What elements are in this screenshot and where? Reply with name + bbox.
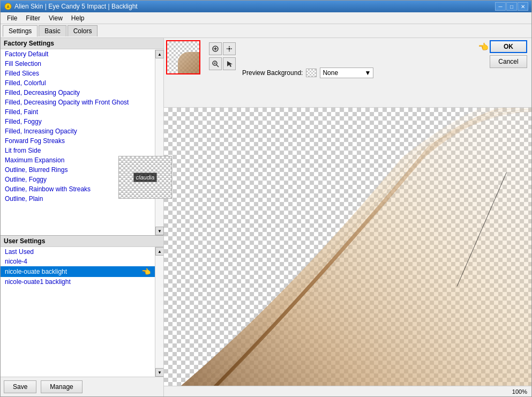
user-settings-list[interactable]: Last Used nicole-4 nicole-ouate backligh…	[1, 247, 163, 377]
menu-view[interactable]: View	[44, 12, 67, 24]
scroll-up-arrow[interactable]: ▲	[155, 50, 164, 58]
window-controls: ─ □ ✕	[495, 2, 528, 11]
list-item[interactable]: Filled, Decreasing Opacity with Front Gh…	[1, 98, 155, 107]
tool-row-2	[209, 57, 236, 70]
window-title: Alien Skin | Eye Candy 5 Impact | Backli…	[14, 3, 495, 10]
backlight-visual	[164, 108, 531, 386]
left-panel: Factory Settings Factory Default Fill Se…	[1, 38, 164, 396]
scroll-track[interactable]	[155, 58, 163, 227]
view-original-tool[interactable]	[209, 42, 222, 55]
menu-file[interactable]: File	[3, 12, 21, 24]
user-scroll-track[interactable]	[155, 256, 163, 368]
list-item-last-used[interactable]: Last Used	[1, 247, 155, 257]
minimize-button[interactable]: ─	[495, 2, 506, 11]
app-icon: A	[4, 2, 12, 11]
zoom-tool[interactable]	[209, 57, 222, 70]
title-bar: A Alien Skin | Eye Candy 5 Impact | Back…	[1, 1, 531, 12]
user-settings-header: User Settings	[1, 236, 163, 247]
list-item[interactable]: Filled, Decreasing Opacity	[1, 88, 155, 98]
select-tool[interactable]	[223, 57, 236, 70]
list-item-nicole-ouate1[interactable]: nicole-ouate1 backlight	[1, 277, 155, 287]
zoom-level: 100%	[512, 388, 527, 395]
preview-canvas[interactable]	[164, 108, 531, 386]
list-item[interactable]: Factory Default	[1, 49, 155, 59]
svg-text:A: A	[7, 5, 10, 9]
ok-cancel-area: 👈 OK Cancel	[485, 38, 531, 107]
tab-basic[interactable]: Basic	[39, 25, 66, 36]
status-bar: 100%	[164, 386, 531, 396]
bottom-buttons: Save Manage	[1, 377, 163, 396]
list-item[interactable]: Lit from Side	[1, 146, 155, 155]
menu-help[interactable]: Help	[67, 12, 89, 24]
preview-bg-controls: Preview Background: None ▼	[238, 38, 378, 107]
tool-row	[209, 42, 236, 55]
thumbnail-area	[164, 38, 207, 107]
user-scroll-up[interactable]: ▲	[155, 247, 163, 256]
list-item-nicole-ouate[interactable]: nicole-ouate backlight 👈	[1, 266, 155, 277]
list-item[interactable]: Filled, Colorful	[1, 78, 155, 88]
pointer-arrow-icon: 👈	[141, 267, 151, 276]
menu-filter[interactable]: Filter	[21, 12, 44, 24]
list-item[interactable]: Filled Slices	[1, 69, 155, 78]
user-settings-panel: User Settings Last Used nicole-4 nicole-…	[1, 236, 163, 396]
save-button[interactable]: Save	[4, 380, 36, 393]
tab-colors[interactable]: Colors	[68, 25, 98, 36]
close-button[interactable]: ✕	[518, 2, 528, 11]
preview-bg-value: None	[323, 69, 338, 77]
factory-settings-list[interactable]: Factory Default Fill Selection Filled Sl…	[1, 49, 163, 235]
preset-thumbnail: claudia	[118, 156, 172, 199]
list-item[interactable]: Fill Selection	[1, 59, 155, 69]
factory-settings-header: Factory Settings	[1, 38, 163, 49]
view-tools	[207, 38, 238, 107]
right-panel: Preview Background: None ▼ 👈 OK Cancel	[164, 38, 531, 396]
menu-bar: File Filter View Help	[1, 12, 531, 24]
preview-bg-swatch	[306, 69, 317, 77]
preview-bg-label: Preview Background:	[242, 69, 303, 77]
svg-line-7	[216, 65, 219, 67]
factory-list-scrollbar[interactable]: ▲ ▼	[155, 50, 163, 235]
list-item-nicole4[interactable]: nicole-4	[1, 257, 155, 266]
cancel-button[interactable]: Cancel	[490, 55, 527, 68]
user-scroll-down[interactable]: ▼	[155, 368, 163, 377]
dropdown-chevron-icon: ▼	[365, 69, 371, 77]
restore-button[interactable]: □	[506, 2, 517, 11]
tab-bar: Settings Basic Colors	[1, 24, 531, 38]
scroll-down-arrow[interactable]: ▼	[155, 227, 164, 235]
main-window: A Alien Skin | Eye Candy 5 Impact | Back…	[0, 0, 532, 397]
preview-bg-dropdown[interactable]: None ▼	[320, 68, 373, 78]
main-thumbnail	[166, 40, 200, 74]
ok-pointer-icon: 👈	[478, 42, 489, 52]
list-item[interactable]: Filled, Faint	[1, 107, 155, 117]
user-list-scrollbar[interactable]: ▲ ▼	[155, 247, 163, 377]
factory-settings-panel: Factory Settings Factory Default Fill Se…	[1, 38, 163, 236]
right-top: Preview Background: None ▼ 👈 OK Cancel	[164, 38, 531, 108]
pan-tool[interactable]	[223, 42, 236, 55]
svg-point-5	[228, 48, 230, 50]
content-area: Factory Settings Factory Default Fill Se…	[1, 38, 531, 396]
manage-button[interactable]: Manage	[41, 380, 82, 393]
ok-button[interactable]: OK	[490, 40, 527, 53]
list-item[interactable]: Filled, Increasing Opacity	[1, 126, 155, 136]
list-item[interactable]: Filled, Foggy	[1, 117, 155, 126]
tab-settings[interactable]: Settings	[3, 25, 38, 37]
list-item[interactable]: Forward Fog Streaks	[1, 136, 155, 146]
